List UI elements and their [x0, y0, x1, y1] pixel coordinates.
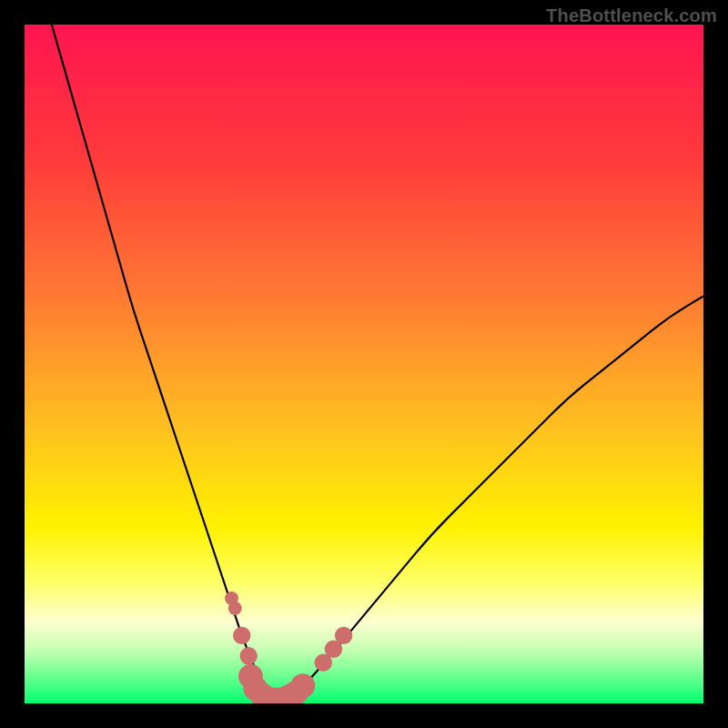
chart-marker — [290, 673, 315, 698]
chart-marker — [335, 627, 352, 644]
chart-marker — [239, 647, 257, 664]
chart-plot-area — [25, 25, 703, 703]
chart-marker — [228, 602, 242, 615]
chart-marker — [233, 627, 250, 644]
chart-svg — [25, 25, 703, 703]
chart-background — [25, 25, 703, 703]
chart-frame: TheBottleneck.com — [0, 0, 728, 728]
watermark-text: TheBottleneck.com — [546, 5, 717, 26]
